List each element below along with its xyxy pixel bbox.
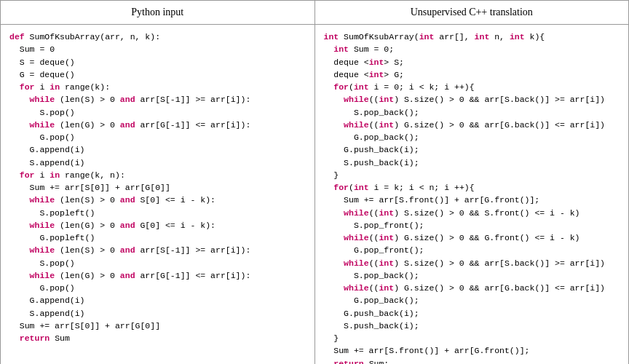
python-code-panel: def SumOfKsubArray(arr, n, k): Sum = 0 S… xyxy=(1,25,315,364)
python-header: Python input xyxy=(1,1,315,24)
header-row: Python input Unsupervised C++ translatio… xyxy=(1,1,628,25)
cpp-code-panel: int SumOfKsubArray(int arr[], int n, int… xyxy=(315,25,629,364)
cpp-header: Unsupervised C++ translation xyxy=(315,1,629,24)
content-row: def SumOfKsubArray(arr, n, k): Sum = 0 S… xyxy=(1,25,628,364)
main-container: Python input Unsupervised C++ translatio… xyxy=(0,0,629,364)
